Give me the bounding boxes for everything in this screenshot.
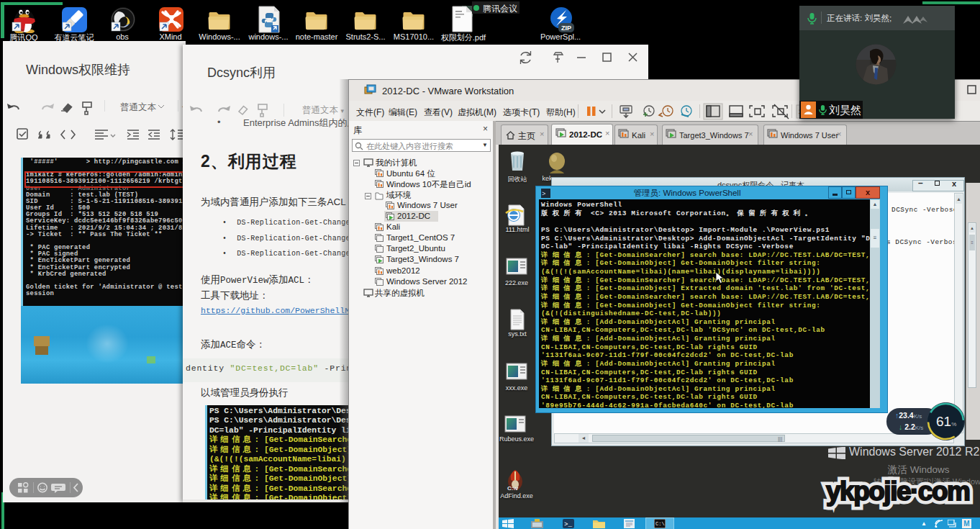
svg-text:C:\: C:\	[655, 521, 665, 527]
svg-text:C:\v: C:\v	[507, 485, 519, 492]
svg-text:普通文本: 普通文本	[120, 102, 157, 112]
svg-text:>_: >_	[564, 521, 572, 528]
svg-text:ZIP: ZIP	[561, 24, 571, 32]
